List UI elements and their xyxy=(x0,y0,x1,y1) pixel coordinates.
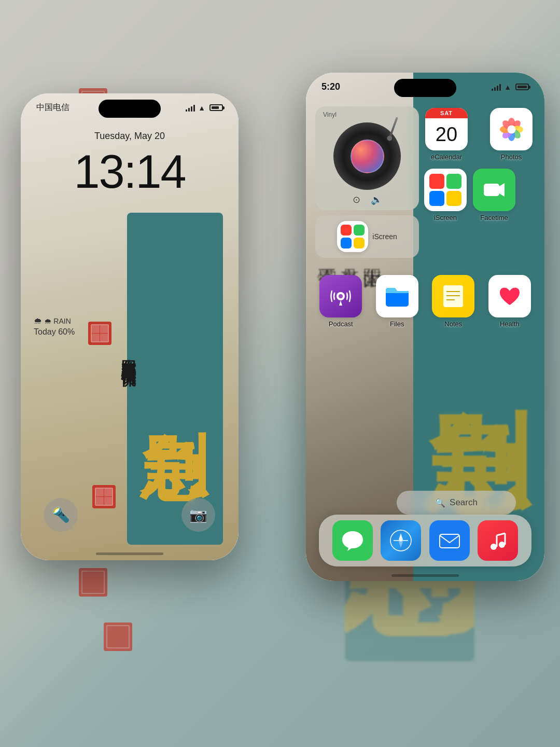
weather-today: Today xyxy=(34,327,56,336)
wifi-icon-right: ▲ xyxy=(504,83,511,91)
flashlight-button[interactable]: 🔦 xyxy=(44,498,78,532)
weather-percent: 60% xyxy=(58,327,75,336)
vinyl-speaker-icon[interactable]: 🔈 xyxy=(371,194,382,205)
dynamic-island-left xyxy=(99,100,161,118)
podcast-icon[interactable] xyxy=(319,275,362,317)
notes-icon[interactable] xyxy=(432,275,474,317)
facetime-app-wrapper[interactable]: Facetime xyxy=(473,169,515,222)
left-phone: 中国电信 ▲ Tuesday, May 20 13:14 🌧 🌧 RAIN To… xyxy=(21,93,239,560)
messages-app[interactable] xyxy=(332,520,373,561)
search-icon: 🔍 xyxy=(435,498,445,508)
weather-condition: 🌧 🌧 RAIN xyxy=(34,316,75,326)
calendar-app-wrapper[interactable]: SAT 20 eCalendar xyxy=(425,108,468,161)
vinyl-shuffle-icon[interactable]: ⊙ xyxy=(353,194,360,205)
safari-icon xyxy=(388,528,413,553)
lock-seal-1 xyxy=(88,322,111,345)
iscreen-widget-icon xyxy=(337,221,368,252)
calendar-icon[interactable]: SAT 20 xyxy=(425,108,468,150)
lock-calli-panel: 别急 xyxy=(127,213,223,545)
signal-icon xyxy=(186,104,195,112)
vinyl-controls: ⊙ 🔈 xyxy=(353,194,382,205)
photos-icon[interactable] xyxy=(490,108,533,150)
battery-icon-right xyxy=(515,84,529,90)
photos-label: Photos xyxy=(501,153,522,161)
files-app-wrapper[interactable]: Files xyxy=(372,275,423,328)
photos-flower-svg xyxy=(497,115,526,144)
vinyl-widget[interactable]: Vinyl ⊙ 🔈 xyxy=(315,106,419,210)
row3-apps: Podcast Files Notes xyxy=(315,275,535,328)
svg-point-24 xyxy=(491,544,497,550)
notes-svg xyxy=(440,283,466,309)
camera-icon: 📷 xyxy=(189,506,207,523)
health-icon[interactable] xyxy=(488,275,531,317)
lock-poem-text: 太阳落山有月光不需慌不需慌 xyxy=(36,348,137,361)
notes-label: Notes xyxy=(444,320,462,328)
mail-app[interactable] xyxy=(429,520,470,561)
lock-date: Tuesday, May 20 xyxy=(21,131,239,142)
weather-temp: Today 60% xyxy=(34,327,75,337)
calendar-label: eCalendar xyxy=(431,153,462,161)
music-app[interactable] xyxy=(478,520,518,561)
iscreen-icon[interactable] xyxy=(424,169,467,211)
files-label: Files xyxy=(390,320,404,328)
lock-bottom-buttons: 🔦 📷 xyxy=(21,498,239,532)
carrier-label: 中国电信 xyxy=(36,102,69,113)
dynamic-island-right xyxy=(394,79,456,97)
facetime-icon[interactable] xyxy=(473,169,515,211)
svg-marker-10 xyxy=(499,183,505,197)
seal-stamp-3 xyxy=(104,622,132,651)
svg-rect-13 xyxy=(386,291,409,307)
right-time: 5:20 xyxy=(321,81,340,92)
right-phone: 太阳落山有月光不需慌 别急 5:20 ▲ Vinyl xyxy=(306,73,544,581)
podcast-label: Podcast xyxy=(329,320,353,328)
wifi-icon: ▲ xyxy=(198,104,205,112)
svg-point-12 xyxy=(339,294,343,298)
music-icon xyxy=(485,528,510,553)
cal-date-number: 20 xyxy=(425,118,468,150)
iscreen-widget-label: iScreen xyxy=(372,232,397,241)
messages-icon xyxy=(340,528,365,553)
mail-icon xyxy=(437,528,462,553)
camera-button[interactable]: 📷 xyxy=(181,498,215,532)
search-bar[interactable]: 🔍 Search xyxy=(397,491,516,515)
health-svg xyxy=(497,283,523,309)
svg-rect-9 xyxy=(484,184,499,196)
battery-icon xyxy=(209,104,223,111)
svg-rect-23 xyxy=(440,534,459,548)
home-indicator-right xyxy=(391,574,459,577)
svg-point-25 xyxy=(499,542,505,548)
notes-app-wrapper[interactable]: Notes xyxy=(428,275,479,328)
photos-app-wrapper[interactable]: Photos xyxy=(490,108,533,161)
svg-point-8 xyxy=(507,125,515,133)
files-svg xyxy=(384,283,411,310)
svg-line-28 xyxy=(497,533,505,535)
safari-app[interactable] xyxy=(381,520,421,561)
vinyl-disc-container xyxy=(333,122,401,190)
cal-day-label: SAT xyxy=(425,108,468,118)
weather-widget: 🌧 🌧 RAIN Today 60% xyxy=(34,316,75,337)
vinyl-album-art xyxy=(351,140,384,173)
lock-time: 13:14 xyxy=(21,145,239,199)
iscreen-widget[interactable]: iScreen xyxy=(315,215,419,258)
rain-icon: 🌧 xyxy=(34,316,42,325)
podcast-app-wrapper[interactable]: Podcast xyxy=(315,275,367,328)
top-right-apps: SAT 20 eCalendar xyxy=(425,108,468,161)
podcast-svg xyxy=(328,284,353,309)
home-indicator-left xyxy=(96,552,163,555)
status-icons-left: ▲ xyxy=(186,104,223,112)
row2-apps: iScreen Facetime xyxy=(424,169,515,222)
vinyl-label: Vinyl xyxy=(315,111,337,118)
signal-icon-right xyxy=(492,84,501,91)
facetime-label: Facetime xyxy=(480,214,508,222)
search-label: Search xyxy=(450,497,478,508)
flashlight-icon: 🔦 xyxy=(52,506,70,523)
iscreen-label: iScreen xyxy=(434,214,457,222)
health-app-wrapper[interactable]: Health xyxy=(484,275,536,328)
files-icon[interactable] xyxy=(376,275,418,317)
iscreen-app-wrapper[interactable]: iScreen xyxy=(424,169,467,222)
health-label: Health xyxy=(500,320,520,328)
dock xyxy=(319,515,531,566)
status-icons-right: ▲ xyxy=(492,83,529,91)
facetime-svg xyxy=(481,177,507,203)
seal-stamp-2 xyxy=(79,568,107,597)
